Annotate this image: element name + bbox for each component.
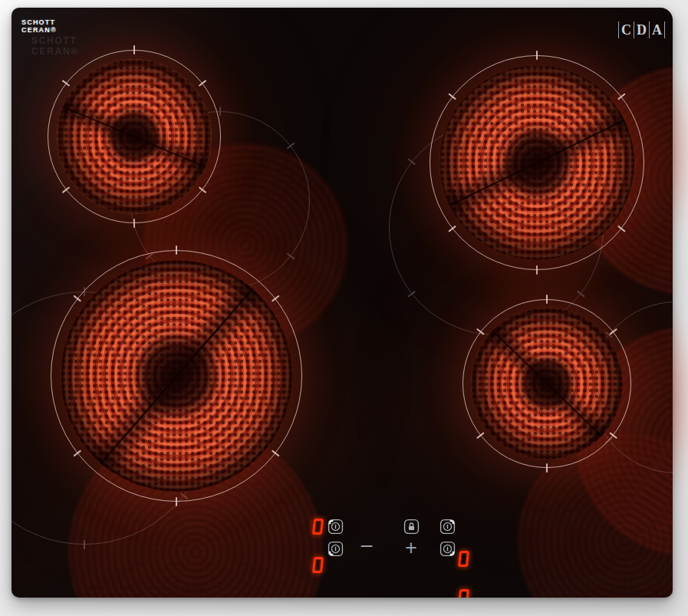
- burner-heating-element: [57, 59, 212, 214]
- touch-control-panel: 0 0 0 0 − +: [307, 516, 487, 563]
- trim-ring-tick: [73, 295, 81, 302]
- trim-ring-tick: [476, 328, 485, 335]
- burner-heating-element: [61, 260, 292, 492]
- burner-front-right: [463, 299, 631, 468]
- trim-ring-tick: [199, 80, 207, 87]
- display-front-left: 0: [313, 557, 323, 573]
- display-front-right: 0: [459, 589, 469, 598]
- trim-ring-tick: [84, 540, 85, 549]
- burner-front-left: [51, 250, 302, 502]
- schott-ceran-logo: SCHOTT CERAN®: [21, 19, 57, 35]
- trim-ring-tick: [133, 45, 135, 54]
- trim-ring-tick: [272, 295, 280, 302]
- schott-ceran-logo-reflection: SCHOTT CERAN®: [31, 37, 79, 58]
- zone-select-rear-right-icon[interactable]: [439, 519, 456, 535]
- key-lock-icon[interactable]: [403, 519, 420, 535]
- trim-ring-tick: [73, 450, 81, 456]
- power-minus-button[interactable]: −: [356, 535, 377, 557]
- trim-ring-tick: [546, 463, 548, 473]
- display-rear-right: 0: [459, 551, 469, 567]
- burner-edge-vignette: [57, 59, 212, 214]
- trim-ring-tick: [546, 295, 548, 304]
- cda-letter: D: [634, 21, 649, 38]
- schott-logo-line2: CERAN®: [21, 27, 57, 35]
- ceramic-hob-glass: SCHOTT CERAN® SCHOTT CERAN® C D A 0 0 0 …: [12, 8, 673, 598]
- burner-edge-vignette: [471, 308, 623, 460]
- display-rear-left: 0: [313, 519, 323, 535]
- trim-ring-tick: [536, 265, 538, 275]
- trim-ring-tick: [287, 142, 295, 149]
- zone-select-rear-left-icon[interactable]: [328, 519, 344, 535]
- trim-ring-tick: [133, 219, 135, 228]
- backdrop: SCHOTT CERAN® SCHOTT CERAN® C D A 0 0 0 …: [0, 0, 688, 616]
- cda-letter: A: [649, 21, 665, 38]
- trim-ring-tick: [609, 328, 617, 335]
- trim-ring-tick: [617, 93, 626, 100]
- trim-ring-tick: [448, 226, 456, 232]
- trim-ring-tick: [272, 450, 280, 456]
- burner-edge-vignette: [61, 260, 292, 492]
- trim-ring-tick: [176, 245, 177, 255]
- burner-heating-element: [471, 308, 623, 460]
- trim-ring-tick: [62, 186, 71, 193]
- trim-ring-tick: [476, 432, 485, 439]
- cda-brand-logo: C D A: [618, 21, 665, 38]
- trim-ring-tick: [62, 80, 71, 87]
- burner-edge-vignette: [439, 65, 634, 260]
- trim-ring-tick: [536, 51, 538, 60]
- burner-heating-element: [439, 65, 634, 260]
- trim-ring-tick: [407, 158, 416, 165]
- trim-ring-tick: [407, 291, 416, 298]
- zone-select-front-left-icon[interactable]: [328, 541, 344, 557]
- power-plus-button[interactable]: +: [400, 537, 422, 558]
- trim-ring-tick: [199, 186, 207, 193]
- trim-ring-tick: [176, 497, 177, 506]
- cda-letter: C: [618, 21, 634, 38]
- trim-ring-tick: [609, 432, 617, 439]
- zone-select-front-right-icon[interactable]: [439, 541, 456, 557]
- trim-ring-tick: [617, 226, 626, 232]
- trim-ring-tick: [448, 93, 456, 100]
- burner-rear-right: [430, 55, 644, 270]
- trim-ring-tick: [577, 291, 585, 298]
- burner-rear-left: [48, 50, 221, 223]
